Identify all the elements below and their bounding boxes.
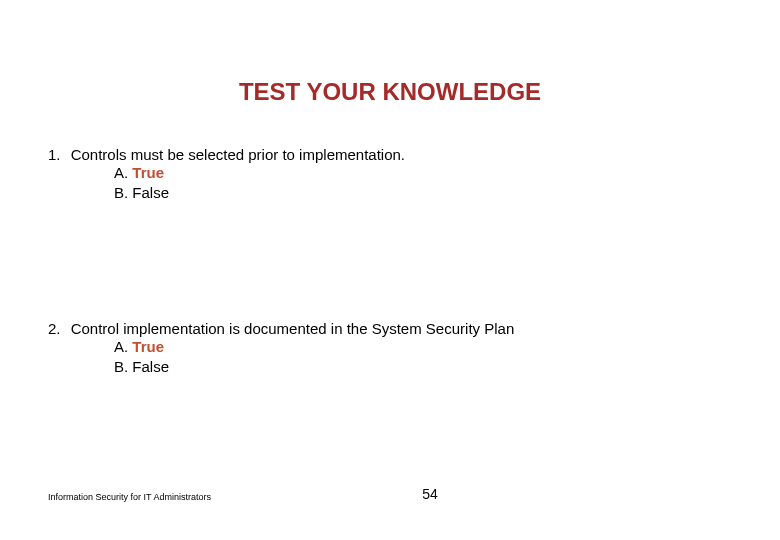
page-title: TEST YOUR KNOWLEDGE bbox=[0, 0, 780, 126]
question-2: 2. Control implementation is documented … bbox=[48, 320, 732, 376]
answer-label: A. bbox=[114, 164, 128, 181]
question-number: 1. bbox=[48, 146, 61, 163]
page-number: 54 bbox=[422, 486, 438, 502]
question-body: Control implementation is documented in … bbox=[71, 320, 515, 337]
page-number-container: 54 bbox=[0, 486, 780, 502]
question-number: 2. bbox=[48, 320, 61, 337]
answer-label: B. bbox=[114, 358, 128, 375]
answer-text: False bbox=[132, 358, 169, 375]
question-1: 1. Controls must be selected prior to im… bbox=[48, 146, 732, 202]
answer-label: B. bbox=[114, 184, 128, 201]
answer-b: B. False bbox=[48, 183, 732, 203]
answer-b: B. False bbox=[48, 357, 732, 377]
question-text: 2. Control implementation is documented … bbox=[48, 320, 732, 337]
content-area: 1. Controls must be selected prior to im… bbox=[0, 146, 780, 376]
answer-text: True bbox=[132, 164, 164, 181]
answer-text: False bbox=[132, 184, 169, 201]
answer-a: A. True bbox=[48, 337, 732, 357]
question-body: Controls must be selected prior to imple… bbox=[71, 146, 405, 163]
answer-text: True bbox=[132, 338, 164, 355]
question-text: 1. Controls must be selected prior to im… bbox=[48, 146, 732, 163]
answer-a: A. True bbox=[48, 163, 732, 183]
answer-label: A. bbox=[114, 338, 128, 355]
